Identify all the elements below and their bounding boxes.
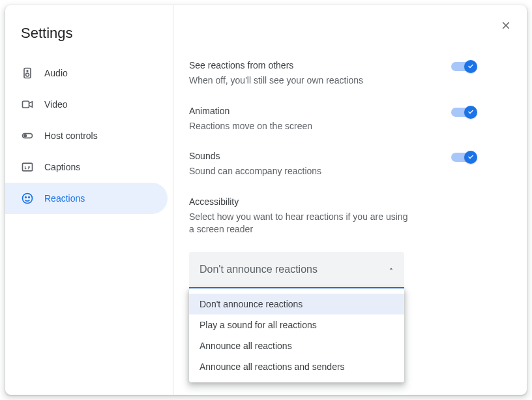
settings-content: See reactions from others When off, you'… bbox=[173, 5, 527, 395]
setting-description: Select how you want to hear reactions if… bbox=[189, 211, 411, 236]
svg-rect-6 bbox=[23, 163, 33, 171]
setting-animation: Animation Reactions move on the screen bbox=[189, 106, 475, 133]
dropdown-option[interactable]: Announce all reactions and senders bbox=[189, 356, 404, 377]
setting-title: See reactions from others bbox=[189, 60, 363, 70]
setting-description: Reactions move on the screen bbox=[189, 120, 312, 133]
setting-title: Animation bbox=[189, 106, 312, 116]
check-icon bbox=[467, 152, 475, 162]
svg-point-8 bbox=[25, 197, 27, 198]
svg-point-9 bbox=[29, 197, 30, 198]
sidebar-item-reactions[interactable]: Reactions bbox=[5, 183, 168, 214]
sidebar-item-label: Captions bbox=[44, 162, 80, 172]
sidebar: Settings Audio Video Host controls Capti… bbox=[5, 5, 173, 395]
svg-rect-3 bbox=[23, 101, 29, 108]
sidebar-item-host-controls[interactable]: Host controls bbox=[5, 120, 168, 151]
dropdown-option[interactable]: Announce all reactions bbox=[189, 335, 404, 356]
chevron-up-icon bbox=[387, 264, 395, 275]
setting-description: Sound can accompany reactions bbox=[189, 165, 321, 178]
setting-title: Accessibility bbox=[189, 196, 411, 207]
accessibility-select-wrap: Don't announce reactions Don't announce … bbox=[189, 252, 404, 288]
speaker-icon bbox=[21, 67, 34, 80]
dropdown-option[interactable]: Play a sound for all reactions bbox=[189, 315, 404, 335]
emoji-icon bbox=[21, 192, 34, 205]
sidebar-item-video[interactable]: Video bbox=[5, 89, 168, 120]
svg-point-1 bbox=[26, 73, 29, 76]
animation-toggle[interactable] bbox=[451, 106, 475, 119]
captions-icon bbox=[21, 161, 34, 174]
svg-point-2 bbox=[27, 70, 28, 72]
sidebar-item-label: Reactions bbox=[44, 193, 85, 204]
toggle-icon bbox=[21, 129, 34, 142]
svg-point-7 bbox=[23, 194, 33, 204]
sidebar-item-audio[interactable]: Audio bbox=[5, 57, 168, 89]
check-icon bbox=[467, 61, 475, 72]
setting-sounds: Sounds Sound can accompany reactions bbox=[189, 151, 475, 178]
sidebar-item-captions[interactable]: Captions bbox=[5, 151, 168, 183]
see-reactions-toggle[interactable] bbox=[451, 60, 475, 73]
accessibility-dropdown: Don't announce reactions Play a sound fo… bbox=[189, 288, 404, 382]
setting-description: When off, you'll still see your own reac… bbox=[189, 74, 363, 87]
sounds-toggle[interactable] bbox=[451, 151, 475, 164]
svg-point-5 bbox=[24, 134, 26, 136]
video-icon bbox=[21, 98, 34, 111]
sidebar-item-label: Audio bbox=[44, 68, 68, 78]
setting-title: Sounds bbox=[189, 151, 321, 161]
accessibility-select[interactable]: Don't announce reactions bbox=[189, 252, 404, 288]
dialog-title: Settings bbox=[5, 21, 173, 57]
sidebar-item-label: Host controls bbox=[44, 131, 98, 141]
sidebar-item-label: Video bbox=[44, 99, 68, 110]
setting-see-reactions: See reactions from others When off, you'… bbox=[189, 60, 475, 87]
dropdown-option[interactable]: Don't announce reactions bbox=[189, 294, 404, 315]
check-icon bbox=[467, 107, 475, 117]
select-value: Don't announce reactions bbox=[200, 264, 318, 275]
settings-dialog: Settings Audio Video Host controls Capti… bbox=[5, 5, 527, 395]
setting-accessibility: Accessibility Select how you want to hea… bbox=[189, 196, 475, 288]
